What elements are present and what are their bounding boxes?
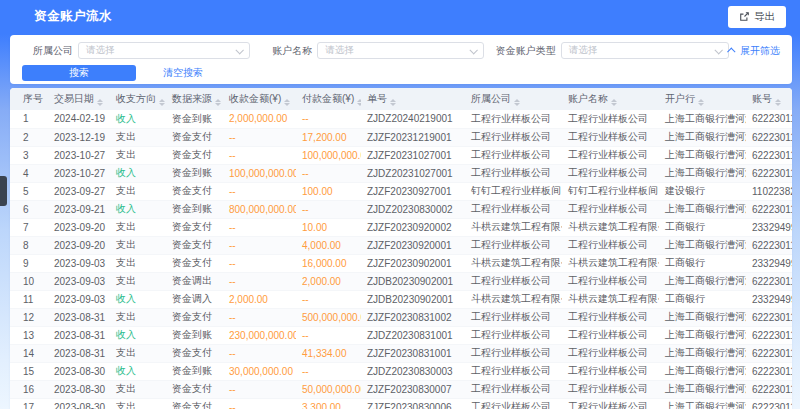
cell-bank: 上海工商银行漕河泾支行 [659,110,746,128]
cell-source: 资金到账 [166,164,223,182]
cell-index: 9 [10,254,48,272]
cell-direction: 收入 [110,164,166,182]
cell-direction: 支出 [110,272,166,290]
top-bar: 资金账户流水 导出 [0,0,800,33]
cell-index: 14 [10,344,48,362]
cell-source: 资金支付 [166,398,223,409]
filter-row: 所属公司 请选择 账户名称 请选择 资金账户类型 请选择 展开筛选 [10,35,792,59]
sort-icon[interactable] [357,99,361,107]
cell-date: 2023-09-03 [48,254,110,272]
column-header-orderNo[interactable]: 单号 [361,88,465,110]
search-button[interactable]: 搜索 [22,65,136,81]
cell-receive: 2,000.00 [223,290,296,308]
cell-orderNo: ZJDZ20240219001 [361,110,465,128]
cell-accountName: 斗栱云建筑工程有限公司 [562,218,659,236]
sort-icon[interactable] [611,99,617,107]
table-row: 22023-12-19支出资金支付--17,200.00ZJZF20231219… [10,128,792,146]
cell-accountName: 工程行业样板公司 [562,308,659,326]
cell-orderNo: ZJZF20230831002 [361,308,465,326]
chevron-up-icon [727,47,735,55]
cell-date: 2023-09-03 [48,290,110,308]
cell-pay: 100.00 [296,182,361,200]
cell-date: 2023-09-21 [48,200,110,218]
cell-source: 资金支付 [166,380,223,398]
cell-company: 工程行业样板公司 [465,362,562,380]
cell-pay: -- [296,362,361,380]
sort-icon[interactable] [284,99,290,107]
account-name-select-placeholder: 请选择 [325,44,354,57]
cell-source: 资金支付 [166,308,223,326]
sort-icon[interactable] [390,99,396,107]
cell-orderNo: ZJZF20230920001 [361,236,465,254]
sort-icon[interactable] [698,99,704,107]
clear-search-button[interactable]: 清空搜索 [163,66,203,80]
column-header-accountName[interactable]: 账户名称 [562,88,659,110]
cell-accountNo: 622230111 [746,344,792,362]
column-header-bank[interactable]: 开户行 [659,88,746,110]
table-row: 72023-09-20支出资金支付--10.00ZJZF20230920002斗… [10,218,792,236]
cell-pay: 10.00 [296,218,361,236]
sort-icon[interactable] [159,99,165,107]
table-header-row: 序号交易日期收支方向数据来源收款金额(¥)付款金额(¥)单号所属公司账户名称开户… [10,88,792,110]
cell-accountNo: 622230111 [746,272,792,290]
cell-pay: 100,000,000.00 [296,146,361,164]
cell-direction: 支出 [110,128,166,146]
sort-icon[interactable] [97,99,103,107]
account-type-select[interactable]: 请选择 [561,42,729,59]
cell-company: 工程行业样板公司 [465,308,562,326]
column-header-source[interactable]: 数据来源 [166,88,223,110]
cell-receive: -- [223,128,296,146]
column-header-receive[interactable]: 收款金额(¥) [223,88,296,110]
cell-direction: 支出 [110,146,166,164]
cell-pay: -- [296,200,361,218]
cell-direction: 支出 [110,254,166,272]
cell-orderNo: ZJZF20230830007 [361,380,465,398]
table-row: 82023-09-20支出资金支付--4,000.00ZJZF202309200… [10,236,792,254]
cell-bank: 建设银行 [659,182,746,200]
column-header-company[interactable]: 所属公司 [465,88,562,110]
cell-source: 资金支付 [166,254,223,272]
column-header-date[interactable]: 交易日期 [48,88,110,110]
cell-accountNo: 233294994 [746,290,792,308]
sort-icon[interactable] [514,99,520,107]
cell-source: 资金调出 [166,272,223,290]
export-button[interactable]: 导出 [728,6,786,28]
cell-date: 2023-09-20 [48,236,110,254]
cell-accountNo: 622230111 [746,146,792,164]
cell-date: 2023-10-27 [48,164,110,182]
cell-index: 2 [10,128,48,146]
company-select[interactable]: 请选择 [78,42,250,59]
cell-index: 5 [10,182,48,200]
column-header-accountNo[interactable]: 账号 [746,88,792,110]
cell-pay: -- [296,164,361,182]
cell-index: 3 [10,146,48,164]
cell-direction: 收入 [110,290,166,308]
account-name-filter-label: 账户名称 [272,44,312,58]
cell-receive: -- [223,344,296,362]
cell-receive: -- [223,308,296,326]
cell-index: 15 [10,362,48,380]
cell-direction: 收入 [110,326,166,344]
cell-pay: 500,000,000.00 [296,308,361,326]
cell-receive: -- [223,182,296,200]
sort-icon[interactable] [775,99,781,107]
cell-receive: -- [223,398,296,409]
side-drawer-handle[interactable] [0,176,7,206]
cell-company: 钉钉工程行业样板间 [465,182,562,200]
expand-filters-link[interactable]: 展开筛选 [729,44,780,58]
account-name-select[interactable]: 请选择 [317,42,483,59]
cell-company: 工程行业样板公司 [465,398,562,409]
table-row: 112023-09-03收入资金调入2,000.00--ZJDB20230902… [10,290,792,308]
column-header-pay[interactable]: 付款金额(¥) [296,88,361,110]
cell-pay: 4,000.00 [296,236,361,254]
cell-accountName: 工程行业样板公司 [562,272,659,290]
cell-pay: 17,200.00 [296,128,361,146]
cell-accountNo: 622230111 [746,200,792,218]
cell-index: 4 [10,164,48,182]
sort-icon[interactable] [215,99,221,107]
cell-receive: -- [223,272,296,290]
cell-bank: 上海工商银行漕河泾支行 [659,308,746,326]
cell-index: 11 [10,290,48,308]
column-header-direction[interactable]: 收支方向 [110,88,166,110]
cell-index: 13 [10,326,48,344]
